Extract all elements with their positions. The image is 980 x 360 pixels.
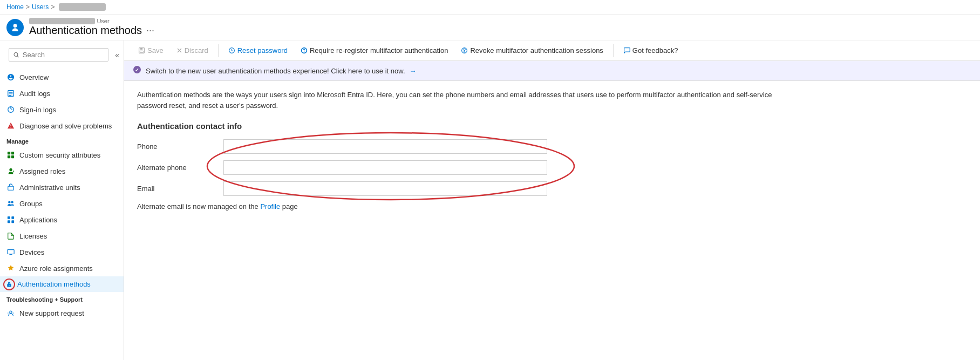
form-fields-area: Phone Alternate phone Email	[137, 139, 967, 210]
svg-point-0	[14, 52, 18, 56]
alternate-phone-input[interactable]	[223, 160, 547, 175]
svg-rect-19	[11, 220, 14, 223]
svg-rect-26	[140, 51, 144, 52]
email-input[interactable]	[223, 181, 547, 196]
svg-point-8	[10, 127, 11, 128]
toolbar-separator-2	[613, 44, 614, 57]
page-header: ████████ User Authentication methods ···	[0, 15, 980, 40]
sidebar-item-signin-logs[interactable]: Sign-in logs	[0, 101, 124, 118]
sidebar: « Overview Audit logs Sign-in logs Diagn…	[0, 40, 124, 360]
svg-rect-18	[8, 220, 10, 223]
audit-icon	[6, 89, 15, 98]
toolbar: Save Discard Reset password Require re-r…	[124, 40, 980, 61]
sidebar-item-assigned-roles[interactable]: Assigned roles	[0, 163, 124, 179]
sidebar-item-label: Sign-in logs	[19, 106, 56, 114]
page-title: Authentication methods	[29, 24, 142, 37]
svg-point-15	[11, 201, 13, 203]
sidebar-item-label: Overview	[19, 73, 49, 81]
licenses-icon	[6, 232, 15, 240]
breadcrumb: Home > Users > ██████	[0, 0, 980, 15]
svg-rect-12	[11, 155, 14, 158]
svg-line-1	[17, 56, 18, 57]
sidebar-item-custom-security[interactable]: Custom security attributes	[0, 147, 124, 163]
sidebar-item-label: Applications	[19, 216, 57, 224]
feedback-button[interactable]: Got feedback?	[618, 44, 684, 57]
discard-button[interactable]: Discard	[171, 44, 214, 57]
profile-link[interactable]: Profile	[260, 202, 280, 210]
sidebar-item-applications[interactable]: Applications	[0, 212, 124, 228]
reset-password-button[interactable]: Reset password	[223, 44, 293, 57]
breadcrumb-users[interactable]: Users	[32, 3, 49, 11]
collapse-sidebar-button[interactable]: «	[115, 51, 119, 59]
auth-methods-circle-indicator	[3, 279, 15, 290]
require-reregister-button[interactable]: Require re-register multifactor authenti…	[295, 44, 454, 57]
manage-section-label: Manage	[0, 134, 124, 147]
sidebar-item-devices[interactable]: Devices	[0, 244, 124, 260]
sidebar-item-groups[interactable]: Groups	[0, 195, 124, 212]
banner-icon: ✓	[133, 65, 141, 76]
svg-rect-16	[8, 216, 10, 219]
sidebar-item-label: Custom security attributes	[19, 151, 100, 159]
sidebar-search[interactable]	[9, 48, 108, 62]
sidebar-item-label: Groups	[19, 200, 43, 208]
sidebar-item-auth-methods[interactable]: Authentication methods	[0, 276, 124, 292]
banner-link[interactable]: →	[410, 67, 417, 75]
assigned-roles-icon	[6, 167, 15, 175]
save-icon	[138, 47, 145, 54]
sidebar-item-admin-units[interactable]: Administrative units	[0, 179, 124, 195]
phone-input[interactable]	[223, 139, 547, 154]
phone-field-row: Phone	[137, 139, 967, 154]
sidebar-item-label: Diagnose and solve problems	[19, 122, 112, 130]
svg-rect-10	[11, 152, 14, 154]
sidebar-item-label: Authentication methods	[17, 280, 91, 288]
sidebar-item-audit-logs[interactable]: Audit logs	[0, 85, 124, 101]
sidebar-item-label: Azure role assignments	[19, 264, 93, 273]
sidebar-item-label: Devices	[19, 248, 44, 256]
feedback-icon	[623, 47, 630, 54]
info-banner: ✓ Switch to the new user authentication …	[124, 61, 980, 81]
sidebar-item-label: Administrative units	[19, 184, 80, 192]
content-description: Authentication methods are the ways your…	[137, 90, 785, 111]
alternate-email-note: Alternate email is now managed on the Pr…	[137, 202, 967, 210]
content-body: Authentication methods are the ways your…	[124, 81, 980, 360]
azure-role-icon	[6, 264, 15, 273]
toolbar-separator-1	[218, 44, 219, 57]
auth-methods-icon	[6, 281, 12, 288]
alternate-phone-input-wrapper	[223, 160, 547, 175]
sidebar-item-overview[interactable]: Overview	[0, 69, 124, 85]
user-icon	[6, 19, 24, 36]
search-input[interactable]	[23, 51, 104, 59]
support-icon	[6, 309, 15, 317]
sidebar-item-diagnose[interactable]: Diagnose and solve problems	[0, 118, 124, 134]
sidebar-item-label: Audit logs	[19, 90, 50, 98]
revoke-button[interactable]: Revoke multifactor authentication sessio…	[455, 44, 608, 57]
discard-icon	[176, 47, 182, 53]
custom-security-icon	[6, 151, 15, 159]
sidebar-item-licenses[interactable]: Licenses	[0, 228, 124, 244]
search-icon	[13, 52, 19, 58]
diagnose-icon	[6, 121, 15, 130]
admin-units-icon	[6, 183, 15, 192]
section-title: Authentication contact info	[137, 121, 967, 131]
svg-rect-11	[8, 155, 10, 158]
more-options-button[interactable]: ···	[146, 25, 154, 36]
breadcrumb-home[interactable]: Home	[6, 3, 24, 11]
groups-icon	[6, 199, 15, 208]
alternate-phone-label: Alternate phone	[137, 164, 223, 172]
reset-password-icon	[228, 47, 235, 54]
svg-rect-25	[140, 48, 142, 50]
sidebar-item-new-support[interactable]: New support request	[0, 305, 124, 321]
sidebar-item-label: New support request	[19, 309, 84, 317]
phone-label: Phone	[137, 142, 223, 151]
revoke-icon	[461, 47, 468, 54]
email-input-wrapper	[223, 181, 547, 196]
content-area: Save Discard Reset password Require re-r…	[124, 40, 980, 360]
banner-purple-icon: ✓	[133, 65, 141, 74]
svg-point-23	[10, 311, 12, 313]
signin-icon	[6, 105, 15, 114]
svg-point-14	[8, 201, 10, 203]
email-label: Email	[137, 185, 223, 193]
svg-text:✓: ✓	[135, 67, 139, 73]
save-button[interactable]: Save	[133, 44, 169, 57]
sidebar-item-azure-role[interactable]: Azure role assignments	[0, 260, 124, 276]
